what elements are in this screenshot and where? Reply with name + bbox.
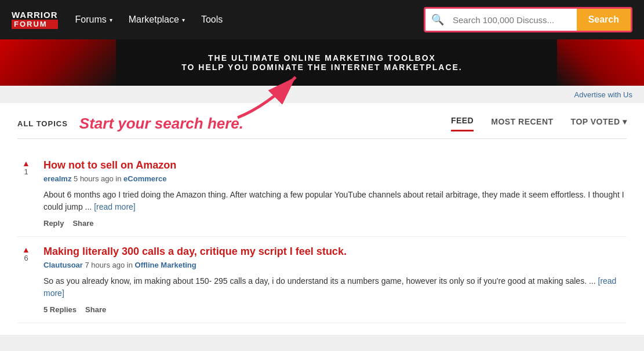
post-author[interactable]: erealmz	[43, 174, 71, 183]
post-actions: 5 Replies Share	[43, 305, 627, 314]
all-topics-label: ALL TOPICS	[17, 119, 68, 128]
logo[interactable]: WARRIOR FORUM	[12, 10, 58, 30]
upvote-icon[interactable]: ▲	[22, 159, 30, 167]
main-content: ALL TOPICS Start your search here. FEED …	[0, 103, 644, 335]
share-button[interactable]: Share	[85, 305, 106, 314]
nav-marketplace[interactable]: Marketplace ▾	[129, 14, 185, 25]
nav-tools[interactable]: Tools	[201, 14, 223, 25]
tab-top-voted[interactable]: TOP VOTED ▾	[571, 117, 627, 131]
search-input[interactable]	[450, 9, 577, 31]
navbar: WARRIOR FORUM Forums ▾ Marketplace ▾ Too…	[0, 0, 644, 39]
chevron-down-icon: ▾	[182, 17, 185, 23]
search-icon: 🔍	[425, 9, 450, 31]
tabs: FEED MOST RECENT TOP VOTED ▾	[451, 116, 627, 131]
post-title[interactable]: Making literally 300 calls a day, critiq…	[43, 246, 627, 258]
search-button[interactable]: Search	[577, 9, 631, 31]
vote-column: ▲ 6	[17, 246, 35, 314]
post-title[interactable]: How not to sell on Amazon	[43, 159, 627, 171]
post-meta: erealmz 5 hours ago in eCommerce	[43, 174, 627, 183]
search-bar: 🔍 Search	[424, 7, 632, 32]
banner-text: THE ULTIMATE ONLINE MARKETING TOOLBOX TO…	[181, 53, 463, 72]
logo-bottom: FORUM	[12, 20, 58, 29]
vote-column: ▲ 1	[17, 159, 35, 228]
post-body: Making literally 300 calls a day, critiq…	[43, 246, 627, 314]
advertise-link[interactable]: Advertise with Us	[574, 90, 632, 99]
table-row: ▲ 6 Making literally 300 calls a day, cr…	[17, 237, 627, 323]
vote-count: 1	[24, 167, 28, 176]
table-row: ▲ 1 How not to sell on Amazon erealmz 5 …	[17, 151, 627, 237]
tab-feed[interactable]: FEED	[451, 116, 474, 131]
logo-top: WARRIOR	[12, 10, 58, 20]
banner-bg-right	[557, 39, 644, 86]
banner: THE ULTIMATE ONLINE MARKETING TOOLBOX TO…	[0, 39, 644, 86]
replies-button[interactable]: 5 Replies	[43, 305, 77, 314]
post-body: How not to sell on Amazon erealmz 5 hour…	[43, 159, 627, 228]
share-button[interactable]: Share	[72, 219, 93, 228]
post-category[interactable]: eCommerce	[123, 174, 166, 183]
arrow-annotation	[232, 71, 307, 123]
post-meta: Clautusoar 7 hours ago in Offline Market…	[43, 261, 627, 269]
upvote-icon[interactable]: ▲	[22, 246, 30, 254]
search-callout: Start your search here.	[79, 115, 243, 132]
vote-count: 6	[24, 254, 28, 262]
post-category[interactable]: Offline Marketing	[135, 261, 197, 269]
post-actions: Reply Share	[43, 219, 627, 228]
nav-links: Forums ▾ Marketplace ▾ Tools	[75, 14, 407, 25]
post-excerpt: So as you already know, im making about …	[43, 275, 627, 299]
search-callout-container: Start your search here.	[79, 115, 243, 133]
reply-button[interactable]: Reply	[43, 219, 64, 228]
nav-forums[interactable]: Forums ▾	[75, 14, 112, 25]
post-excerpt: About 6 months ago I tried doing the Ama…	[43, 189, 627, 213]
chevron-down-icon: ▾	[623, 117, 627, 126]
topics-header: ALL TOPICS Start your search here. FEED …	[17, 115, 627, 139]
chevron-down-icon: ▾	[110, 17, 112, 23]
post-author[interactable]: Clautusoar	[43, 261, 83, 269]
banner-bg-left	[0, 39, 116, 86]
read-more-link[interactable]: [read more]	[94, 202, 136, 211]
advertise-bar: Advertise with Us	[0, 86, 644, 103]
tab-most-recent[interactable]: MOST RECENT	[491, 117, 553, 131]
